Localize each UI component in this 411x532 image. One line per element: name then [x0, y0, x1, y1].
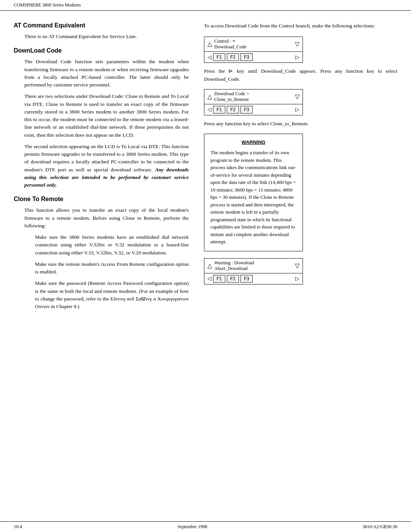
lcd-line2-2: Clone_to_Remote — [214, 97, 293, 102]
right-intro: To access Download Code from the Control… — [204, 22, 397, 30]
f1-button-1[interactable]: F1 — [213, 53, 225, 61]
para-download-1: The Download Code function sets paramete… — [24, 58, 189, 89]
lcd-text-2: Download Code > Clone_to_Remote — [214, 91, 293, 102]
back-arrow-icon-3: ◁ — [207, 275, 212, 282]
warning-text: The modem begins a transfer of its own p… — [210, 149, 296, 246]
footer-center: September 1998 — [177, 524, 207, 530]
lcd-line1-1: Control : ≡ — [214, 38, 293, 44]
heading-clone-remote: Clone To Remote — [14, 196, 189, 203]
bullet-1: Make sure the 3800 Series modems have an… — [35, 233, 189, 257]
warning-title: WARNING — [210, 139, 296, 145]
fwd-arrow-icon-3: ▷ — [295, 275, 299, 282]
lcd-top-row-2: △ Download Code > Clone_to_Remote ▽ — [204, 89, 303, 104]
para-at-command: There is no AT Command Equivalent for Se… — [24, 33, 189, 40]
bullet-3: Make sure the password (Remote Access Pa… — [35, 280, 189, 310]
lcd-bottom-row-3: ◁ F1 F2 F3 ▷ — [204, 273, 303, 284]
para-download-3: The second selection appearing on the LC… — [24, 143, 189, 189]
lcd-line2-3: Abort_Download — [214, 266, 293, 272]
down-arrow-icon-1: ▽ — [295, 41, 299, 47]
lcd-bottom-row-1: ◁ F1 F2 F3 ▷ — [204, 52, 303, 62]
heading-at-command: AT Command Equivalent — [14, 22, 189, 29]
f1-button-2[interactable]: F1 — [213, 106, 225, 113]
top-bar: COMSPHERE 3800 Series Modems — [0, 0, 411, 11]
up-arrow-icon-2: △ — [207, 94, 212, 100]
up-arrow-icon-1: △ — [207, 41, 212, 47]
bullet-3-end: in Chapter 9.) — [51, 304, 80, 309]
f1-button-3[interactable]: F1 — [213, 275, 225, 283]
right-column: To access Download Code from the Control… — [204, 22, 397, 317]
back-arrow-icon-2: ◁ — [207, 106, 212, 113]
section-clone-remote: Clone To Remote This function allows you… — [14, 196, 189, 310]
lcd-box-2: △ Download Code > Clone_to_Remote ▽ ◁ F1… — [204, 89, 303, 115]
lcd-box-3: △ Warning : Download Abort_Download ▽ ◁ … — [204, 258, 303, 284]
back-arrow-icon-1: ◁ — [207, 54, 212, 61]
section-download-code: DownLoad Code The Download Code function… — [14, 47, 189, 189]
warning-box: WARNING The modem begins a transfer of i… — [204, 134, 303, 251]
bullet-2: Make sure the remote modem's Access From… — [35, 260, 189, 276]
document-title: COMSPHERE 3800 Series Modems — [14, 2, 81, 8]
section-at-command: AT Command Equivalent There is no AT Com… — [14, 22, 189, 40]
footer-left: 10-4 — [14, 524, 22, 530]
down-arrow-icon-2: ▽ — [295, 94, 299, 100]
caption-2: Press any function key to select Clone_t… — [204, 120, 397, 128]
footer-right: 3810-A2-GB30-30 — [363, 524, 397, 530]
caption-1: Press the ⊳ key until Download_Code appe… — [204, 67, 397, 83]
f3-button-1[interactable]: F3 — [241, 53, 253, 61]
lcd-line1-3: Warning : Download — [214, 260, 293, 266]
fwd-arrow-icon-1: ▷ — [295, 54, 299, 61]
f3-button-3[interactable]: F3 — [241, 275, 253, 283]
lcd-line2-1: Download_Code — [214, 44, 293, 50]
f2-button-1[interactable]: F2 — [227, 53, 239, 61]
para-download-2: There are two selections under Download … — [24, 93, 189, 139]
fwd-arrow-icon-2: ▷ — [295, 106, 299, 113]
lcd-bottom-row-2: ◁ F1 F2 F3 ▷ — [204, 104, 303, 115]
page: COMSPHERE 3800 Series Modems AT Command … — [0, 0, 411, 532]
f2-button-3[interactable]: F2 — [227, 275, 239, 283]
content-area: AT Command Equivalent There is no AT Com… — [0, 11, 411, 340]
f3-button-2[interactable]: F3 — [241, 106, 253, 113]
lcd-text-1: Control : ≡ Download_Code — [214, 38, 293, 50]
lcd-box-1: △ Control : ≡ Download_Code ▽ ◁ F1 F2 F3… — [204, 37, 303, 63]
footer: 10-4 September 1998 3810-A2-GB30-30 — [0, 521, 411, 532]
para-clone-1: This function allows you to transfer an … — [24, 206, 189, 230]
up-arrow-icon-3: △ — [207, 263, 212, 269]
f2-button-2[interactable]: F2 — [227, 106, 239, 113]
down-arrow-icon-3: ▽ — [295, 263, 299, 269]
heading-download-code: DownLoad Code — [14, 47, 189, 54]
lcd-text-3: Warning : Download Abort_Download — [214, 260, 293, 272]
lcd-top-row-3: △ Warning : Download Abort_Download ▽ — [204, 259, 303, 273]
lcd-top-row-1: △ Control : ≡ Download_Code ▽ — [204, 37, 303, 52]
left-column: AT Command Equivalent There is no AT Com… — [14, 22, 189, 317]
lcd-line1-2: Download Code > — [214, 91, 293, 97]
